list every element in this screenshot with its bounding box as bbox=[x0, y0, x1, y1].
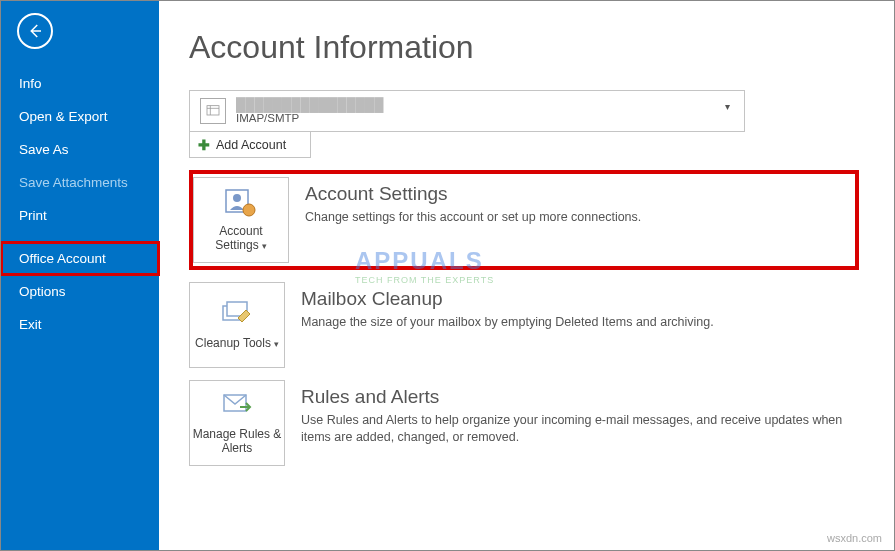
section-account-settings-text: Account Settings Change settings for thi… bbox=[305, 177, 855, 226]
sidebar-item-options[interactable]: Options bbox=[1, 275, 159, 308]
footer-credit: wsxdn.com bbox=[827, 532, 882, 544]
account-email: ████████████████ bbox=[236, 98, 383, 112]
account-settings-button[interactable]: Account Settings▾ bbox=[193, 177, 289, 263]
section-rules-alerts: Manage Rules & Alerts Rules and Alerts U… bbox=[189, 380, 859, 466]
add-account-button[interactable]: ✚ Add Account bbox=[189, 132, 311, 158]
account-text: ████████████████ IMAP/SMTP bbox=[236, 98, 383, 125]
cleanup-tools-button[interactable]: Cleanup Tools▾ bbox=[189, 282, 285, 368]
svg-point-3 bbox=[243, 204, 255, 216]
section-desc: Use Rules and Alerts to help organize yo… bbox=[301, 412, 849, 446]
rules-icon bbox=[220, 391, 254, 421]
section-desc: Manage the size of your mailbox by empty… bbox=[301, 314, 849, 331]
backstage-sidebar: Info Open & Export Save As Save Attachme… bbox=[1, 1, 159, 550]
back-button[interactable] bbox=[17, 13, 53, 49]
account-dropdown[interactable]: ████████████████ IMAP/SMTP ▾ bbox=[189, 90, 745, 132]
account-type: IMAP/SMTP bbox=[236, 112, 383, 125]
plus-icon: ✚ bbox=[198, 137, 210, 153]
sidebar-item-info[interactable]: Info bbox=[1, 67, 159, 100]
account-settings-icon bbox=[224, 188, 258, 218]
add-account-label: Add Account bbox=[216, 138, 286, 152]
section-rules-alerts-text: Rules and Alerts Use Rules and Alerts to… bbox=[301, 380, 859, 446]
dropdown-caret-icon: ▾ bbox=[725, 101, 730, 112]
section-mailbox-cleanup: Cleanup Tools▾ Mailbox Cleanup Manage th… bbox=[189, 282, 859, 368]
section-desc: Change settings for this account or set … bbox=[305, 209, 845, 226]
page-title: Account Information bbox=[189, 29, 864, 66]
section-account-settings: Account Settings▾ Account Settings Chang… bbox=[189, 170, 859, 270]
section-mailbox-cleanup-text: Mailbox Cleanup Manage the size of your … bbox=[301, 282, 859, 331]
section-title: Mailbox Cleanup bbox=[301, 288, 849, 310]
manage-rules-alerts-button[interactable]: Manage Rules & Alerts bbox=[189, 380, 285, 466]
sidebar-item-print[interactable]: Print bbox=[1, 199, 159, 232]
account-icon bbox=[200, 98, 226, 124]
svg-point-2 bbox=[233, 194, 241, 202]
section-title: Account Settings bbox=[305, 183, 845, 205]
sidebar-item-save-attachments: Save Attachments bbox=[1, 166, 159, 199]
sidebar-item-office-account[interactable]: Office Account bbox=[1, 242, 159, 275]
cleanup-icon bbox=[220, 300, 254, 330]
sidebar-item-exit[interactable]: Exit bbox=[1, 308, 159, 341]
arrow-left-icon bbox=[26, 22, 44, 40]
main-panel: Account Information ████████████████ IMA… bbox=[159, 1, 894, 550]
sidebar-item-save-as[interactable]: Save As bbox=[1, 133, 159, 166]
section-title: Rules and Alerts bbox=[301, 386, 849, 408]
sidebar-item-open-export[interactable]: Open & Export bbox=[1, 100, 159, 133]
svg-rect-0 bbox=[207, 106, 219, 115]
